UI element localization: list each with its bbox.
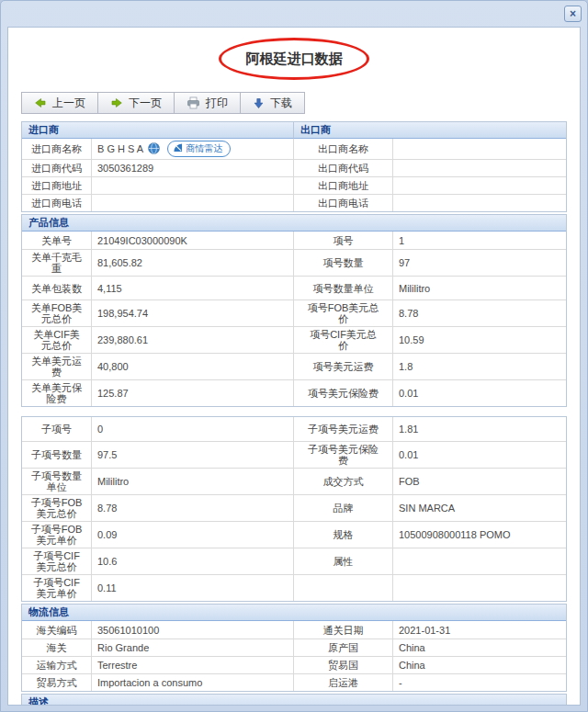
field-value (92, 177, 294, 194)
field-value (393, 160, 566, 176)
field-label: 子项号FOB美元单价 (22, 522, 92, 548)
table-row: 关单号 21049IC03000090K 项号 1 (22, 232, 566, 249)
table-row: 关单包装数 4,115 项号数量单位 Mililitro (22, 276, 566, 299)
title-area: 阿根廷进口数据 (8, 46, 580, 72)
table-row: 海关 Rio Grande 原产国 China (22, 639, 566, 656)
field-label (294, 575, 393, 601)
field-label: 运输方式 (22, 657, 92, 673)
table-spacer (8, 407, 580, 416)
field-label: 项号CIF美元总价 (294, 327, 393, 353)
download-label: 下载 (270, 96, 292, 111)
table-row: 关单CIF美元总价 239,880.61 项号CIF美元总价 10.59 (22, 326, 566, 353)
field-value: Mililitro (92, 469, 294, 494)
radar-badge-button[interactable]: 商情雷达 (167, 141, 231, 157)
field-value: 81,605.82 (92, 250, 294, 276)
table-row: 进口商代码 3050361289 出口商代码 (22, 159, 566, 176)
dialog-window: × 阿根廷进口数据 上一页 下一页 打印 下载 (0, 0, 588, 712)
field-label: 项号美元保险费 (294, 380, 393, 406)
next-page-button[interactable]: 下一页 (98, 93, 175, 113)
dialog-content: 阿根廷进口数据 上一页 下一页 打印 下载 进口商 (7, 27, 581, 706)
close-button[interactable]: × (564, 6, 582, 22)
field-label: 成交方式 (294, 469, 393, 494)
field-label: 贸易国 (294, 657, 393, 673)
field-value (393, 177, 566, 194)
field-label: 属性 (294, 548, 393, 574)
field-value: 2021-01-31 (393, 621, 566, 639)
field-label: 进口商电话 (22, 195, 92, 211)
print-icon (187, 96, 200, 109)
field-value: 0.11 (92, 575, 294, 601)
prev-page-icon (34, 96, 47, 109)
print-label: 打印 (206, 96, 228, 111)
description-section-header: 描述 (22, 695, 566, 706)
field-value: 0.01 (393, 442, 566, 468)
product-table-main: 产品信息 关单号 21049IC03000090K 项号 1 关单千克毛重 81… (21, 214, 567, 407)
field-label: 进口商代码 (22, 160, 92, 176)
field-label: 出口商地址 (294, 177, 393, 194)
table-row: 子项号CIF美元总价 10.6 属性 (22, 548, 566, 574)
importer-section-header: 进口商 (22, 122, 294, 139)
table-row: 子项号数量单位 Mililitro 成交方式 FOB (22, 468, 566, 494)
field-label: 关单FOB美元总价 (22, 300, 92, 326)
field-label: 关单千克毛重 (22, 250, 92, 276)
field-label: 海关编码 (22, 621, 92, 639)
table-row: 贸易方式 Importacion a consumo 启运港 - (22, 673, 566, 691)
next-page-label: 下一页 (129, 96, 162, 111)
table-row: 子项号FOB美元总价 8.78 品牌 SIN MARCA (22, 494, 566, 521)
table-row: 海关编码 35061010100 通关日期 2021-01-31 (22, 621, 566, 639)
table-row: 子项号FOB美元单价 0.09 规格 10500908000118 POMO (22, 521, 566, 548)
field-value: Rio Grande (92, 639, 294, 656)
table-row: 进口商电话 出口商电话 (22, 194, 566, 211)
table-row: 关单FOB美元总价 198,954.74 项号FOB美元总价 8.78 (22, 299, 566, 326)
field-value: China (393, 639, 566, 656)
field-label: 项号数量单位 (294, 277, 393, 299)
print-button[interactable]: 打印 (175, 93, 241, 113)
field-value: 125.87 (92, 380, 294, 406)
product-section-header: 产品信息 (22, 215, 566, 232)
field-value: 40,800 (92, 354, 294, 379)
field-label: 子项号美元保险费 (294, 442, 393, 468)
field-value: 3050361289 (92, 160, 294, 176)
product-table-subitem: 子项号 0 子项号美元运费 1.81 子项号数量 97.5 子项号美元保险费 0… (21, 416, 567, 602)
field-label: 规格 (294, 522, 393, 548)
next-page-icon (110, 96, 123, 109)
table-row: 进口商名称 B G H S A 商情雷达 出口商名称 (22, 139, 566, 159)
field-label: 子项号 (22, 417, 92, 441)
table-row: 运输方式 Terrestre 贸易国 China (22, 656, 566, 673)
field-value: 97 (393, 250, 566, 276)
field-label: 原产国 (294, 639, 393, 656)
field-value (393, 548, 566, 574)
field-value: 0.01 (393, 380, 566, 406)
logistics-table: 物流信息 海关编码 35061010100 通关日期 2021-01-31 海关… (21, 604, 567, 692)
field-label: 进口商名称 (22, 139, 92, 159)
field-label: 通关日期 (294, 621, 393, 639)
field-value: Importacion a consumo (92, 674, 294, 691)
field-value: 35061010100 (92, 621, 294, 639)
field-label: 子项号数量单位 (22, 469, 92, 494)
field-label: 品牌 (294, 495, 393, 521)
field-value: 1.81 (393, 417, 566, 441)
toolbar: 上一页 下一页 打印 下载 (21, 92, 305, 114)
field-value: China (393, 657, 566, 673)
exporter-section-header: 出口商 (294, 122, 566, 139)
globe-icon[interactable] (148, 142, 160, 156)
table-row: 子项号数量 97.5 子项号美元保险费 0.01 (22, 441, 566, 468)
parties-table: 进口商 出口商 进口商名称 B G H S A 商情雷达 出口商名称 进口商代码 (21, 121, 567, 212)
field-value (393, 195, 566, 211)
prev-page-button[interactable]: 上一页 (22, 93, 98, 113)
field-value (393, 575, 566, 601)
field-label: 子项号FOB美元总价 (22, 495, 92, 521)
prev-page-label: 上一页 (52, 96, 85, 111)
close-icon: × (570, 7, 576, 20)
field-value (92, 195, 294, 211)
table-row: 子项号 0 子项号美元运费 1.81 (22, 417, 566, 441)
page-title: 阿根廷进口数据 (246, 51, 343, 68)
field-label: 项号 (294, 232, 393, 249)
field-value: 10500908000118 POMO (393, 522, 566, 548)
field-value: Terrestre (92, 657, 294, 673)
field-label: 子项号CIF美元单价 (22, 575, 92, 601)
field-value: - (393, 674, 566, 691)
table-row: 进口商地址 出口商地址 (22, 176, 566, 194)
field-label: 海关 (22, 639, 92, 656)
download-button[interactable]: 下载 (241, 93, 304, 113)
